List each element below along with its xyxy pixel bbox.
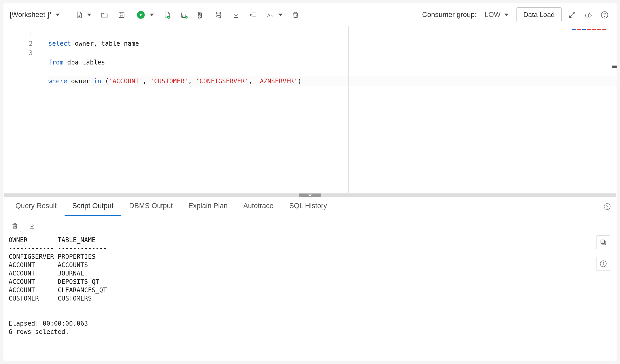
punct: ,	[143, 78, 150, 85]
worksheet-title-dropdown[interactable]: [Worksheet ]*	[10, 11, 66, 19]
data-load-button[interactable]: Data Load	[516, 7, 562, 22]
output-body: OWNER TABLE_NAME ------------ ----------…	[3, 234, 617, 361]
font-size-button[interactable]: Aa	[264, 9, 277, 21]
tab-query-result[interactable]: Query Result	[8, 197, 65, 216]
script-output-text: OWNER TABLE_NAME ------------ ----------…	[9, 236, 611, 336]
keyword: select	[48, 40, 71, 47]
open-file-button[interactable]	[98, 9, 111, 21]
editor-marker	[612, 66, 617, 68]
svg-rect-5	[198, 12, 200, 14]
output-help-button[interactable]	[602, 201, 612, 212]
identifier: owner	[71, 40, 94, 47]
tab-dbms-output[interactable]: DBMS Output	[121, 197, 181, 216]
line-gutter: 1 2 3	[3, 26, 43, 193]
output-tabs: Query Result Script Output DBMS Output E…	[3, 197, 617, 216]
string: 'AZNSERVER'	[256, 78, 298, 85]
punct: ,	[188, 78, 196, 85]
sql-worksheet-app: [Worksheet ]*	[3, 3, 617, 361]
svg-rect-18	[601, 240, 605, 244]
string: 'ACCOUNT'	[109, 78, 143, 85]
svg-text:A: A	[267, 13, 270, 18]
chevron-down-icon	[504, 14, 508, 16]
binoculars-button[interactable]	[583, 9, 594, 21]
string: 'CUSTOMER'	[150, 78, 188, 85]
run-script-button[interactable]	[161, 9, 173, 21]
chevron-down-icon[interactable]	[87, 14, 91, 16]
chevron-down-icon	[56, 14, 60, 16]
tab-autotrace[interactable]: Autotrace	[236, 197, 282, 216]
identifier: owner	[67, 78, 94, 85]
svg-point-20	[603, 262, 604, 263]
download-button[interactable]	[230, 9, 242, 21]
chart-button[interactable]	[178, 9, 191, 21]
punct: (	[101, 78, 109, 85]
keyword: where	[48, 78, 67, 85]
download-output-button[interactable]	[26, 220, 38, 232]
svg-rect-1	[120, 15, 123, 17]
save-button[interactable]	[115, 9, 128, 21]
help-button[interactable]	[599, 9, 610, 21]
keyword: from	[48, 59, 64, 66]
output-toolbar	[3, 216, 617, 234]
identifier: dba_tables	[64, 59, 105, 66]
sql-editor[interactable]: 1 2 3 select owner, table_name from dba_…	[3, 26, 617, 193]
trash-button[interactable]	[289, 9, 302, 21]
tab-script-output[interactable]: Script Output	[65, 197, 122, 216]
punct: )	[298, 78, 301, 85]
toolbar: [Worksheet ]*	[3, 3, 617, 26]
minimap[interactable]	[572, 29, 606, 33]
code-area[interactable]: select owner, table_name from dba_tables…	[43, 26, 617, 193]
line-number: 3	[3, 48, 33, 58]
output-side-tools	[596, 235, 610, 271]
editor-ruler	[348, 26, 349, 193]
indent-button[interactable]	[247, 9, 260, 21]
expand-button[interactable]	[566, 9, 578, 21]
string: 'CONFIGSERVER'	[196, 78, 249, 85]
svg-rect-6	[198, 14, 200, 16]
tab-sql-history[interactable]: SQL History	[281, 197, 335, 216]
identifier: , table_name	[94, 40, 139, 47]
splitter-handle-icon	[299, 193, 321, 197]
tree-button[interactable]	[195, 9, 208, 21]
consumer-group-select[interactable]: LOW	[482, 9, 511, 21]
consumer-group-value: LOW	[485, 11, 501, 19]
svg-point-8	[216, 12, 221, 14]
punct: ,	[249, 78, 256, 85]
database-button[interactable]	[213, 9, 225, 21]
svg-rect-17	[602, 241, 606, 245]
line-number: 1	[3, 30, 33, 39]
svg-rect-0	[119, 12, 124, 17]
svg-point-14	[604, 16, 605, 17]
svg-text:a: a	[271, 14, 273, 17]
clear-output-button[interactable]	[9, 220, 21, 232]
run-button[interactable]	[135, 9, 147, 21]
chevron-down-icon[interactable]	[278, 14, 283, 16]
line-number: 2	[3, 39, 33, 48]
chevron-down-icon[interactable]	[150, 14, 154, 16]
svg-point-16	[607, 208, 607, 208]
keyword: in	[94, 78, 101, 85]
tab-explain-plan[interactable]: Explain Plan	[181, 197, 236, 216]
worksheet-title: [Worksheet ]*	[10, 11, 52, 19]
info-button[interactable]	[596, 257, 610, 271]
svg-rect-7	[198, 17, 200, 18]
new-file-button[interactable]	[73, 9, 85, 21]
consumer-group-label: Consumer group:	[422, 11, 477, 19]
splitter[interactable]	[4, 193, 616, 197]
copy-output-button[interactable]	[596, 235, 610, 249]
